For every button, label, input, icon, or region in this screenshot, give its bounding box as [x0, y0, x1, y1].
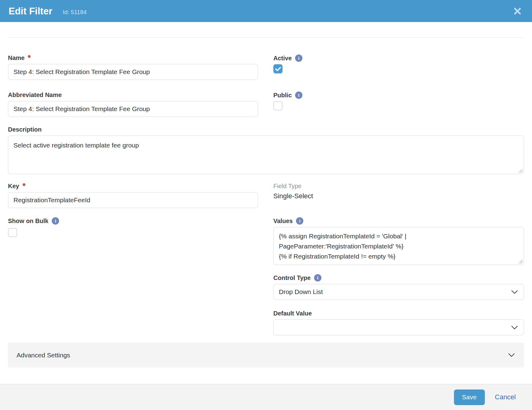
- info-icon[interactable]: i: [314, 274, 321, 281]
- name-field-group: Name Step 4: Select Registration Templat…: [8, 54, 258, 80]
- abbreviated-name-input[interactable]: Step 4: Select Registration Template Fee…: [8, 101, 258, 117]
- chevron-down-icon: [511, 290, 518, 294]
- resize-handle[interactable]: [519, 259, 523, 263]
- control-type-select[interactable]: Drop Down List: [273, 284, 524, 300]
- default-value-label: Default Value: [273, 310, 312, 317]
- show-on-bulk-label: Show on Bulk: [8, 218, 48, 225]
- required-indicator: [28, 55, 31, 58]
- edit-filter-modal: Edit Filter Id: 51184 Name Step 4: Selec…: [0, 0, 532, 410]
- chevron-down-icon: [511, 326, 518, 330]
- edit-filter-form: Name Step 4: Select Registration Templat…: [8, 54, 524, 367]
- modal-body: Name Step 4: Select Registration Templat…: [0, 37, 532, 367]
- modal-footer: Save Cancel: [0, 384, 532, 410]
- info-icon[interactable]: i: [296, 217, 303, 225]
- info-icon[interactable]: i: [295, 54, 302, 62]
- abbreviated-name-label: Abbreviated Name: [8, 91, 62, 99]
- default-value-field-group: Default Value: [273, 310, 524, 335]
- values-textarea[interactable]: {% assign RegistrationTemplateId = 'Glob…: [273, 227, 524, 265]
- close-icon: [513, 7, 522, 15]
- cancel-button[interactable]: Cancel: [495, 393, 516, 401]
- show-on-bulk-checkbox[interactable]: [8, 228, 17, 237]
- key-input[interactable]: RegistrationTemplateFeeId: [8, 192, 258, 208]
- required-indicator: [23, 183, 25, 186]
- name-input[interactable]: Step 4: Select Registration Template Fee…: [8, 64, 258, 80]
- description-text: Select active registration template fee …: [13, 142, 139, 149]
- values-label: Values: [273, 218, 293, 225]
- advanced-settings-label: Advanced Settings: [17, 352, 70, 359]
- description-label: Description: [8, 126, 42, 133]
- modal-header: Edit Filter Id: 51184: [0, 0, 532, 22]
- advanced-settings-toggle[interactable]: Advanced Settings: [8, 343, 524, 367]
- chevron-down-icon: [508, 353, 515, 357]
- values-field-group: Values i {% assign RegistrationTemplateI…: [273, 217, 524, 265]
- close-button[interactable]: [512, 6, 523, 17]
- public-label: Public: [273, 92, 292, 99]
- modal-title: Edit Filter: [9, 6, 52, 16]
- key-field-group: Key RegistrationTemplateFeeId: [8, 183, 258, 208]
- values-column: Values i {% assign RegistrationTemplateI…: [273, 217, 524, 335]
- description-textarea[interactable]: Select active registration template fee …: [8, 136, 524, 174]
- active-field-group: Active i: [273, 54, 524, 80]
- field-type-value: Single-Select: [273, 192, 524, 200]
- field-type-label: Field Type: [273, 183, 302, 190]
- abbreviated-name-field-group: Abbreviated Name Step 4: Select Registra…: [8, 91, 258, 117]
- record-id-badge: Id: 51184: [63, 9, 87, 16]
- control-type-field-group: Control Type i Drop Down List: [273, 274, 524, 300]
- checkmark-icon: [275, 67, 281, 71]
- save-button[interactable]: Save: [454, 390, 485, 405]
- public-checkbox[interactable]: [273, 101, 283, 110]
- values-line: {% if RegistrationTemplateId != empty %}: [279, 251, 519, 261]
- public-field-group: Public i: [273, 91, 524, 117]
- default-value-select[interactable]: [273, 319, 524, 335]
- name-label: Name: [8, 54, 24, 62]
- info-icon[interactable]: i: [52, 217, 59, 225]
- active-label: Active: [273, 55, 292, 62]
- header-divider: [8, 37, 524, 38]
- control-type-label: Control Type: [273, 274, 311, 281]
- resize-handle[interactable]: [519, 169, 523, 173]
- values-line: PageParameter:'RegistrationTemplateId' %…: [279, 241, 519, 251]
- description-field-group: Description Select active registration t…: [8, 126, 524, 174]
- info-icon[interactable]: i: [295, 91, 302, 99]
- key-label: Key: [8, 183, 19, 190]
- control-type-selected-value: Drop Down List: [279, 288, 323, 296]
- field-type-group: Field Type Single-Select: [273, 183, 524, 208]
- active-checkbox[interactable]: [273, 64, 283, 73]
- values-line: {% assign RegistrationTemplateId = 'Glob…: [279, 231, 519, 241]
- show-on-bulk-field-group: Show on Bulk i: [8, 217, 258, 335]
